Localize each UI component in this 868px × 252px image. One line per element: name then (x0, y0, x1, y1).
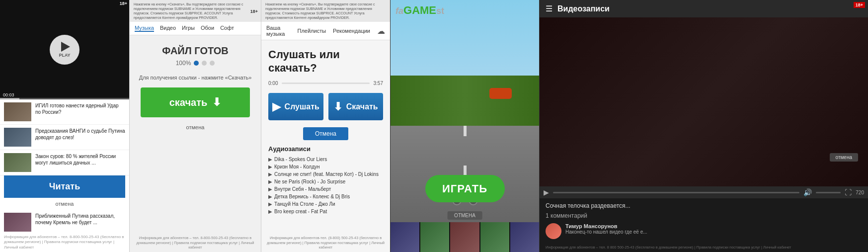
download-icon: ⬇ (333, 100, 342, 113)
news-thumbnail (4, 102, 31, 121)
read-button[interactable]: Читать (4, 175, 125, 198)
thumb-item[interactable] (420, 222, 449, 252)
panel3-toptext: Нажатием на кнопку «Скачать», Вы подтвер… (261, 0, 390, 22)
news-text: ИГИЛ готово нанести ядерный Удар по Росс… (35, 102, 125, 115)
nav-games[interactable]: Игры (182, 25, 195, 32)
panel5-title: Видеозаписи (557, 4, 610, 13)
news-thumbnail (4, 128, 31, 147)
file-percent: 100% (176, 60, 191, 67)
panel2-nav: Музыка Видео Игры Обои Софт (130, 22, 261, 35)
panel2-content: ФАЙЛ ГОТОВ 100% Для получения ссылки - н… (130, 35, 261, 233)
cancel-button[interactable]: отмена (186, 124, 205, 130)
audio-item[interactable]: ▶Солнце не спит! (feat. Мастер Кот) - Dj… (268, 170, 383, 178)
video-title: Сочная телочка раздевается... (546, 202, 862, 209)
news-text: Приближенный Путина рассказал, почему Кр… (35, 213, 125, 226)
download-button[interactable]: скачать ⬇ (141, 87, 250, 117)
audio-item[interactable]: ▶Dika - Spokes Our Liers (268, 156, 383, 163)
fullscreen-icon[interactable]: ⛶ (845, 188, 852, 196)
play-game-button[interactable]: ИГРАТЬ (425, 175, 505, 202)
volume-icon[interactable]: 🔊 (803, 188, 812, 196)
audio-item[interactable]: ▶Детка Вернись - Коленс & Dj Bris (268, 193, 383, 200)
nav-music[interactable]: Музыка (135, 25, 154, 32)
age-badge: 18+ (250, 9, 258, 14)
nav-playlists[interactable]: Плейлисты (297, 28, 326, 34)
download-button[interactable]: ⬇ Скачать (328, 93, 384, 120)
download-icon: ⬇ (212, 96, 221, 109)
news-thumbnail (4, 153, 31, 172)
news-thumbnail (4, 213, 31, 232)
progress-bar[interactable] (282, 83, 369, 84)
video-progress-bar[interactable] (0, 98, 129, 99)
panel3-action-buttons: ▶ Слушать ⬇ Скачать (268, 93, 383, 120)
volume-bar[interactable] (816, 192, 841, 193)
comment-content: Тимур Мансорунов Наконец-то нашел видео … (565, 223, 647, 235)
news-text: Закон суров: 80 % жителей России могут л… (35, 153, 125, 166)
panel1-video-area: PLAY 18+ 00:03 (0, 0, 129, 99)
play-icon: ▶ (268, 171, 272, 177)
news-item[interactable]: Предсказания ВАНГИ о судьбе Путина довод… (0, 125, 129, 150)
cloud-icon[interactable]: ☁ (377, 26, 385, 36)
thumbnail-strip (391, 222, 539, 252)
video-info: Сочная телочка раздевается... 1 коммента… (540, 198, 868, 243)
quality-label: 720 (856, 190, 864, 195)
logo-game: GAME (403, 4, 436, 16)
play-icon: ▶ (268, 209, 272, 214)
nav-video[interactable]: Видео (160, 25, 176, 32)
logo-st: st (436, 6, 444, 16)
cancel-overlay-button[interactable]: отмена (830, 153, 858, 162)
audio-item[interactable]: ▶Bro keep creat - Fat Pat (268, 208, 383, 215)
audio-item[interactable]: ▶Танцуй На Столе - Джо Ли (268, 200, 383, 208)
listen-label: Слушать (285, 102, 319, 111)
news-item[interactable]: ИГИЛ готово нанести ядерный Удар по Росс… (0, 99, 129, 125)
play-icon: ▶ (268, 194, 272, 199)
listen-or-download-title: Слушать или скачать? (268, 48, 383, 75)
panel5-footer: Информация для абонентов – тел. 8 800 50… (540, 243, 868, 252)
nav-soft[interactable]: Софт (220, 25, 234, 32)
video-area: PLAY отмена (540, 17, 868, 186)
comment-avatar (546, 223, 561, 239)
comment-text: Наконец-то нашел видео где её е... (565, 229, 647, 235)
nav-recommendations[interactable]: Рекомендации (333, 28, 370, 34)
car-shape (489, 88, 512, 99)
thumb-item[interactable] (450, 222, 479, 252)
progress-bar[interactable] (553, 192, 799, 193)
panel2-footer: Информация для абонентов – тел. 8-800-50… (130, 234, 261, 252)
play-icon: ▶ (268, 186, 272, 192)
listen-button[interactable]: ▶ Слушать (268, 93, 323, 120)
play-icon: ▶ (268, 179, 272, 184)
audio-track: Танцуй На Столе - Джо Ли (274, 201, 335, 207)
audio-track: Ne se Paris (Rock) - Jo Surprise (274, 179, 345, 184)
comment-item: Тимур Мансорунов Наконец-то нашел видео … (546, 223, 862, 239)
audio-track: Солнце не спит! (feat. Мастер Кот) - Dj … (274, 171, 379, 177)
thumb-item[interactable] (391, 222, 419, 252)
cancel-button[interactable]: Отмена (303, 127, 348, 140)
nav-your-music[interactable]: Ваша музыка (266, 25, 290, 37)
nav-wallpaper[interactable]: Обои (201, 25, 214, 32)
panel5-video: ☰ Видеозаписи 18+ PLAY отмена ▶ 🔊 ⛶ 720 … (539, 0, 868, 252)
audio-track: Кризн Моя - Колдун (274, 164, 320, 169)
audio-list-title: Аудиозаписи (268, 145, 383, 153)
thumb-item[interactable] (510, 222, 539, 252)
download-label: скачать (169, 97, 208, 108)
audio-track: Детка Вернись - Коленс & Dj Bris (274, 194, 350, 199)
cancel-button[interactable]: ОТМЕНА (447, 211, 482, 220)
audio-track: Внутри Себя - Мальберт (274, 186, 331, 192)
comments-count: 1 комментарий (546, 212, 862, 219)
play-icon: ▶ (268, 201, 272, 207)
play-button[interactable]: PLAY (50, 35, 79, 65)
audio-item[interactable]: ▶Внутри Себя - Мальберт (268, 185, 383, 193)
game-logo: faGAMEst (395, 4, 444, 17)
audio-item[interactable]: ▶Кризн Моя - Колдун (268, 163, 383, 170)
news-item[interactable]: Приближенный Путина рассказал, почему Кр… (0, 210, 129, 233)
video-controls: ▶ 🔊 ⛶ 720 (540, 186, 868, 198)
menu-icon[interactable]: ☰ (546, 4, 552, 13)
panel2-download: Нажатием на кнопку «Скачать», Вы подтвер… (129, 0, 261, 252)
cancel-button[interactable]: отмена (0, 198, 129, 210)
play-control-icon[interactable]: ▶ (544, 188, 549, 196)
age-badge: 18+ (854, 2, 865, 8)
audio-track: Bro keep creat - Fat Pat (274, 209, 327, 214)
audio-item[interactable]: ▶Ne se Paris (Rock) - Jo Surprise (268, 178, 383, 185)
logo-fa: fa (395, 6, 403, 16)
news-item[interactable]: Закон суров: 80 % жителей России могут л… (0, 150, 129, 175)
thumb-item[interactable] (480, 222, 509, 252)
